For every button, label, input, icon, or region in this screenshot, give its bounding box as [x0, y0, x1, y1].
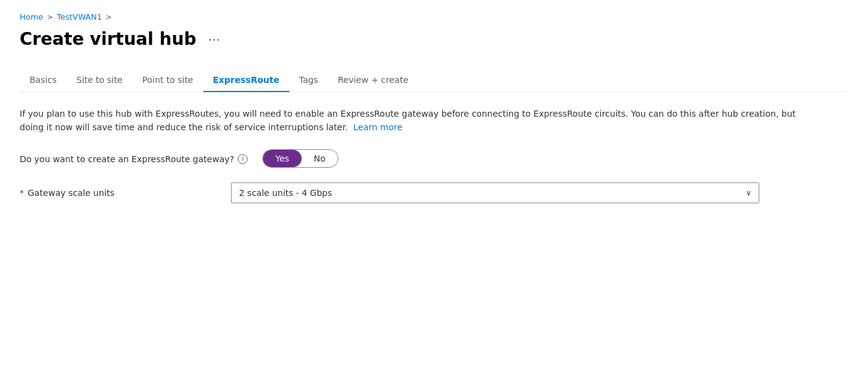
required-star: *	[20, 188, 24, 198]
page-title: Create virtual hub	[20, 29, 197, 49]
toggle-container: Yes No	[262, 149, 338, 168]
info-icon[interactable]: i	[238, 154, 248, 164]
gateway-scale-dropdown[interactable]: 2 scale units - 4 Gbps ∨	[231, 182, 759, 203]
tab-basics[interactable]: Basics	[20, 69, 66, 92]
breadcrumb-home[interactable]: Home	[20, 12, 43, 21]
tab-expressroute[interactable]: ExpressRoute	[203, 69, 289, 92]
gateway-scale-row: * Gateway scale units 2 scale units - 4 …	[20, 182, 848, 203]
description-text: If you plan to use this hub with Express…	[20, 107, 806, 135]
toggle-yes[interactable]: Yes	[263, 150, 302, 167]
page-header: Create virtual hub ···	[20, 29, 848, 49]
gateway-question-label-section: Do you want to create an ExpressRoute ga…	[20, 149, 248, 164]
gateway-question-label: Do you want to create an ExpressRoute ga…	[20, 154, 234, 164]
page-container: Home > TestVWAN1 > Create virtual hub ··…	[0, 0, 868, 230]
tab-point-to-site[interactable]: Point to site	[132, 69, 203, 92]
description-body: If you plan to use this hub with Express…	[20, 109, 796, 132]
tab-site-to-site[interactable]: Site to site	[66, 69, 132, 92]
gateway-scale-label-section: * Gateway scale units	[20, 188, 216, 198]
toggle-no[interactable]: No	[302, 150, 338, 167]
tabs-container: Basics Site to site Point to site Expres…	[20, 69, 848, 92]
more-options-button[interactable]: ···	[204, 29, 226, 49]
breadcrumb-separator-1: >	[47, 13, 53, 21]
gateway-scale-dropdown-container: 2 scale units - 4 Gbps ∨	[231, 182, 759, 203]
breadcrumb-testvwan1[interactable]: TestVWAN1	[57, 12, 102, 21]
breadcrumb: Home > TestVWAN1 >	[20, 12, 848, 21]
gateway-question-row: Do you want to create an ExpressRoute ga…	[20, 149, 848, 168]
gateway-scale-value: 2 scale units - 4 Gbps	[239, 188, 332, 198]
learn-more-link[interactable]: Learn more	[353, 122, 402, 132]
toggle-pill[interactable]: Yes No	[262, 149, 338, 168]
gateway-scale-label: Gateway scale units	[28, 188, 114, 198]
chevron-down-icon: ∨	[746, 189, 751, 197]
tab-tags[interactable]: Tags	[289, 69, 328, 92]
breadcrumb-separator-2: >	[106, 13, 112, 21]
tab-review-create[interactable]: Review + create	[328, 69, 418, 92]
